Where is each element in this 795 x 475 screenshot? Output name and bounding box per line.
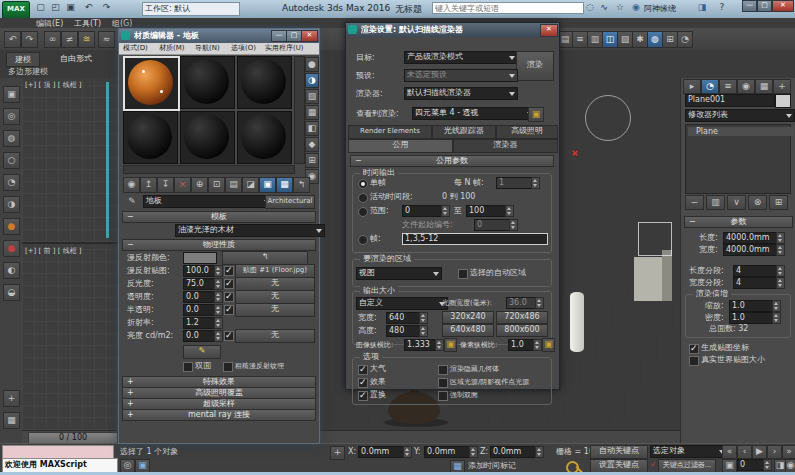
render-button[interactable]: 渲染 [516, 51, 554, 81]
object-name-field[interactable]: Plane001 [685, 94, 775, 107]
luminance-spinner[interactable] [214, 330, 223, 342]
shininess-spinner[interactable] [214, 278, 223, 290]
pixel-aspect-field[interactable]: 1.0 [508, 339, 536, 351]
maxscript-listener[interactable]: 欢迎使用 MAXScript [2, 458, 118, 473]
scale-spinner[interactable] [772, 300, 781, 312]
view-lock-icon[interactable]: ▣ [528, 107, 544, 122]
real-world-checkbox[interactable] [689, 356, 699, 366]
translucency-map-button[interactable]: 无 [235, 303, 315, 317]
workspace-dropdown[interactable]: 工作区: 默认 [142, 2, 240, 16]
every-n-spinner[interactable] [531, 177, 540, 189]
render-production-icon[interactable]: ◔ [677, 31, 693, 48]
strip-icon-4[interactable]: ○ [3, 152, 20, 169]
add-time-tag[interactable]: 添加时间标记 [468, 461, 516, 471]
help-icon[interactable]: ? [716, 2, 728, 14]
isolate-toggle-icon[interactable]: ◎ [120, 459, 135, 473]
translucency-checkbox[interactable] [224, 305, 234, 315]
background-icon[interactable]: ▨ [305, 89, 319, 104]
shininess-map-button[interactable]: 无 [235, 277, 315, 291]
sample-tiling-icon[interactable]: ▦ [305, 105, 319, 120]
maximize-button[interactable]: ▢ [757, 0, 772, 12]
view-to-render-dropdown[interactable]: 四元菜单 4 - 透视 [412, 107, 536, 120]
template-rollout-header[interactable]: −模板 [122, 211, 316, 223]
pick-luminance-button[interactable]: ✎ [183, 345, 221, 359]
viewport-front-label[interactable]: [+] [ 前 ] [ 线框 ] [25, 246, 82, 256]
strip-icon-9[interactable]: ◐ [3, 262, 20, 279]
ribbon-panel-label[interactable]: 多边形建模 [8, 66, 48, 77]
orbit-icon[interactable]: ◉ [785, 459, 795, 473]
coord-x-field[interactable]: 0.0mm [358, 446, 406, 458]
pixel-aspect-spinner[interactable] [533, 339, 542, 351]
two-sided-checkbox[interactable] [183, 362, 193, 372]
username[interactable]: 阿神缘绕 [644, 3, 676, 14]
me-menu-options[interactable]: 选项(O) [231, 43, 256, 53]
redo-icon[interactable]: ↷ [100, 2, 113, 15]
luminance-checkbox[interactable] [224, 331, 234, 341]
gen-uv-checkbox[interactable] [689, 344, 699, 354]
material-editor-minimize-icon[interactable]: — [271, 30, 287, 42]
next-frame-icon[interactable]: › [767, 445, 782, 459]
ior-field[interactable]: 1.2 [183, 317, 217, 329]
render-setup-close-icon[interactable]: ✕ [540, 24, 558, 37]
diffuse-map-checkbox[interactable] [224, 266, 234, 276]
undo-icon[interactable]: ↶ [82, 2, 95, 15]
frame-spinner[interactable] [763, 459, 772, 471]
common-params-header[interactable]: −公用参数 [350, 155, 554, 167]
area-lights-checkbox[interactable] [438, 378, 448, 388]
preset-320x240-button[interactable]: 320x240 [442, 311, 494, 324]
remove-modifier-icon[interactable]: ⊗ [748, 195, 767, 210]
coord-x-spinner[interactable] [403, 446, 412, 458]
range-from-field[interactable]: 0 [402, 205, 444, 217]
auto-key-button[interactable]: 自动关键点 [590, 445, 648, 459]
material-slot-5[interactable] [180, 111, 235, 164]
show-map-icon[interactable]: ◪ [242, 177, 259, 193]
diffuse-color-swatch[interactable] [183, 252, 217, 264]
reset-material-icon[interactable]: × [174, 177, 191, 193]
tab-renderer[interactable]: 渲染器 [453, 139, 558, 153]
density-field[interactable]: 1.0 [729, 312, 775, 324]
template-dropdown[interactable]: 油漆光泽的木材 [175, 224, 325, 237]
tab-raytracer[interactable]: 光线跟踪器 [432, 125, 496, 139]
coord-z-spinner[interactable] [535, 446, 544, 458]
diffuse-map-button[interactable]: 贴图 #1 (Floor.jpg) [235, 264, 315, 278]
force-2sided-checkbox[interactable] [438, 391, 448, 401]
material-editor-maximize-icon[interactable]: ▢ [286, 30, 302, 42]
tab-adv-lighting[interactable]: 高级照明 [496, 125, 558, 139]
length-spinner[interactable] [776, 232, 785, 244]
width-spinner[interactable] [776, 244, 785, 256]
unlink-icon[interactable]: ≠ [61, 31, 78, 48]
length-segs-spinner[interactable] [776, 265, 785, 277]
image-aspect-field[interactable]: 1.333 [404, 339, 438, 351]
aperture-spinner[interactable] [535, 297, 544, 309]
strip-icon-3[interactable]: ◍ [3, 130, 20, 147]
viewport-top[interactable]: [+] [ 顶 ] [ 线框 ] [22, 78, 118, 244]
get-material-icon[interactable]: ◉ [123, 177, 140, 193]
me-menu-utilities[interactable]: 实用程序(U) [265, 43, 304, 53]
translucency-field[interactable]: 0.0 [183, 304, 217, 316]
stack-item-plane[interactable]: Plane [688, 127, 794, 136]
length-segs-field[interactable]: 4 [733, 265, 779, 277]
modifier-stack[interactable]: Plane [685, 124, 791, 194]
width-segs-spinner[interactable] [776, 277, 785, 289]
luminance-map-button[interactable]: 无 [235, 329, 315, 343]
image-aspect-lock-icon[interactable]: ▣ [444, 338, 457, 352]
material-slot-6[interactable] [237, 111, 292, 164]
diffuse-color-reset-button[interactable]: ↰ [222, 251, 308, 265]
bind-spacewarp-icon[interactable]: ≋ [78, 31, 95, 48]
ribbon-tab-freeform[interactable]: 自由形式 [52, 52, 100, 65]
undo-scene-icon[interactable]: ↶ [4, 31, 21, 48]
active-seg-radio[interactable] [358, 193, 368, 203]
raw-diffuse-checkbox[interactable] [223, 362, 233, 372]
output-preset-dropdown[interactable]: 自定义 [356, 297, 448, 310]
out-height-field[interactable]: 480 [386, 325, 422, 337]
redo-scene-icon[interactable]: ↷ [21, 31, 38, 48]
minimize-button[interactable]: — [742, 0, 757, 12]
transparency-map-button[interactable]: 无 [235, 290, 315, 304]
length-field[interactable]: 4000.0mm [723, 232, 779, 244]
lightning-icon[interactable]: ∿ [598, 2, 610, 14]
slots-vscrollbar[interactable] [294, 56, 305, 164]
selection-set-dropdown[interactable]: 选定对象 [650, 445, 728, 458]
image-aspect-spinner[interactable] [435, 339, 444, 351]
me-menu-navigation[interactable]: 导航(N) [195, 43, 220, 53]
make-preview-icon[interactable]: ◆ [305, 137, 319, 152]
